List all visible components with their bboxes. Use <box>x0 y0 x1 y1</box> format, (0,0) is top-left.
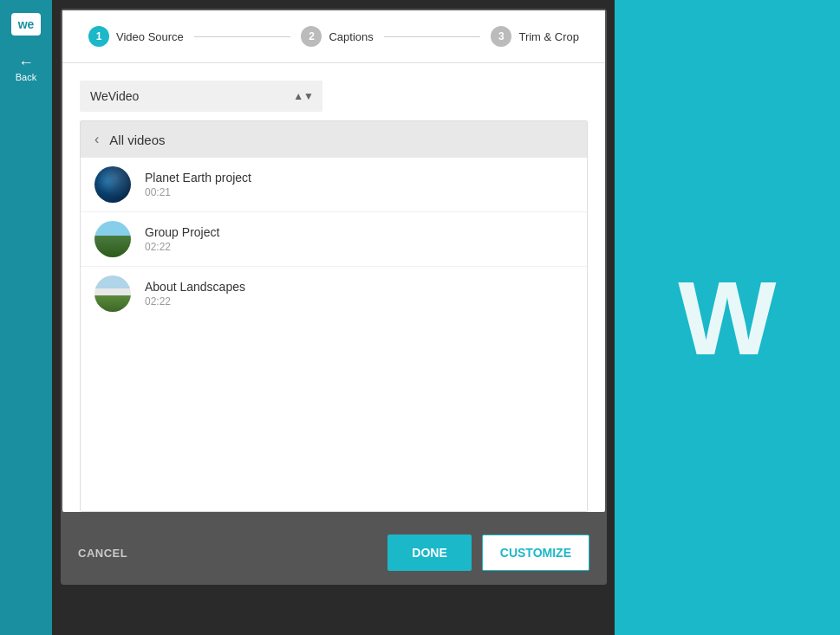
stepper: 1 Video Source 2 Captions 3 Trim & Crop <box>62 10 605 63</box>
grass-thumb-image <box>94 221 131 257</box>
video-duration: 02:22 <box>145 241 219 253</box>
back-button[interactable]: ← Back <box>16 55 36 82</box>
all-videos-label: All videos <box>109 133 165 147</box>
step-2-label: Captions <box>329 30 373 43</box>
planet-thumb-image <box>94 166 131 203</box>
video-thumbnail <box>94 275 131 312</box>
wevideo-logo: we <box>11 13 41 36</box>
source-dropdown[interactable]: WeVideo My Drive Upload <box>80 81 322 112</box>
video-item[interactable]: Planet Earth project 00:21 <box>81 158 587 212</box>
step-1-label: Video Source <box>116 30 184 43</box>
video-thumbnail <box>94 221 131 257</box>
done-button[interactable]: DONE <box>387 535 471 571</box>
video-duration: 02:22 <box>145 295 245 308</box>
video-title: Planet Earth project <box>145 171 251 185</box>
sidebar-logo: we <box>0 0 52 48</box>
dropdown-section: WeVideo My Drive Upload ▲▼ <box>62 63 605 120</box>
video-list-container: ‹ All videos Planet Earth project 00:21 <box>80 120 588 512</box>
dropdown-wrapper: WeVideo My Drive Upload ▲▼ <box>80 81 322 112</box>
step-2: 2 Captions <box>301 26 373 47</box>
video-list: Planet Earth project 00:21 Group Project… <box>81 158 587 321</box>
video-info: Group Project 02:22 <box>145 225 219 253</box>
step-line-1 <box>194 36 291 37</box>
step-2-circle: 2 <box>301 26 322 47</box>
video-thumbnail <box>94 166 131 203</box>
step-1: 1 Video Source <box>88 26 184 47</box>
step-1-circle: 1 <box>88 26 109 47</box>
back-arrow-icon: ← <box>18 55 34 70</box>
dialog-inner: 1 Video Source 2 Captions 3 Trim & Crop <box>62 10 605 512</box>
video-title: About Landscapes <box>145 280 245 294</box>
step-3-label: Trim & Crop <box>518 30 579 43</box>
back-label: Back <box>16 72 36 82</box>
we-watermark: W <box>678 258 776 378</box>
step-3: 3 Trim & Crop <box>491 26 579 47</box>
video-item[interactable]: About Landscapes 02:22 <box>81 267 587 321</box>
video-duration: 00:21 <box>145 186 251 198</box>
list-spacer <box>81 321 587 511</box>
customize-button[interactable]: CUSTOMIZE <box>482 535 589 571</box>
video-info: About Landscapes 02:22 <box>145 280 245 308</box>
sidebar: we ← Back <box>0 0 52 635</box>
dialog: 1 Video Source 2 Captions 3 Trim & Crop <box>61 9 607 585</box>
landscape-thumb-image <box>94 275 131 312</box>
video-title: Group Project <box>145 225 219 239</box>
cancel-button[interactable]: CANCEL <box>78 547 127 560</box>
video-info: Planet Earth project 00:21 <box>145 171 251 198</box>
video-list-header: ‹ All videos <box>81 121 587 158</box>
dialog-footer: CANCEL DONE CUSTOMIZE <box>61 521 607 585</box>
video-item[interactable]: Group Project 02:22 <box>81 212 587 267</box>
step-line-2 <box>384 36 481 37</box>
teal-background: W <box>615 0 840 635</box>
main-area: W 1 Video Source 2 Captions 3 Trim & Cro… <box>52 0 840 635</box>
list-back-chevron-icon[interactable]: ‹ <box>94 132 99 147</box>
step-3-circle: 3 <box>491 26 511 47</box>
footer-right-buttons: DONE CUSTOMIZE <box>387 535 589 571</box>
